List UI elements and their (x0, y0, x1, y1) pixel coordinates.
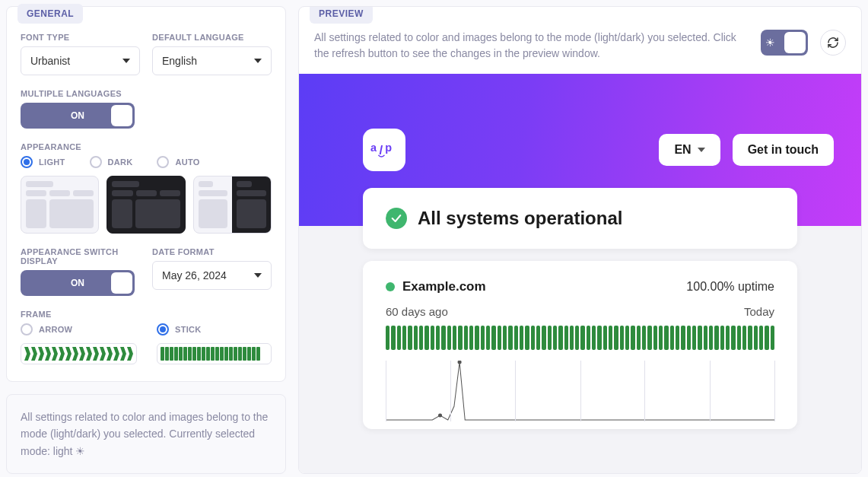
appearance-auto-text: AUTO (175, 157, 199, 167)
status-headline: All systems operational (418, 208, 622, 229)
monitor-uptime: 100.00% uptime (686, 280, 774, 294)
appearance-light-text: LIGHT (39, 157, 65, 167)
font-type-select[interactable]: Urbanist (21, 46, 140, 75)
frame-arrow-preview (21, 343, 137, 364)
status-card: All systems operational (363, 188, 797, 249)
appearance-label: APPEARANCE (21, 142, 272, 151)
mode-note-text: All settings related to color and images… (21, 411, 268, 457)
date-format-select[interactable]: May 26, 2024 (152, 261, 272, 290)
chevron-down-icon (254, 59, 262, 63)
font-type-label: FONT TYPE (21, 33, 140, 42)
monitor-sparkline (386, 361, 774, 421)
multiple-languages-toggle[interactable]: ON (21, 103, 135, 129)
toggle-knob (111, 105, 132, 126)
appearance-dark-radio[interactable]: DARK (90, 156, 133, 168)
monitor-card: Example.com 100.00% uptime 60 days ago T… (363, 261, 797, 429)
svg-text:/: / (379, 143, 383, 157)
mode-note: All settings related to color and images… (6, 394, 286, 474)
check-icon (386, 208, 407, 229)
status-dot-icon (386, 282, 395, 291)
frame-arrow-radio[interactable]: ARROW (21, 323, 137, 335)
general-panel: GENERAL FONT TYPE Urbanist DEFAULT LANGU… (6, 6, 286, 382)
contact-button-label: Get in touch (748, 143, 819, 157)
date-format-label: DATE FORMAT (152, 247, 272, 256)
toggle-knob (111, 272, 132, 294)
svg-text:p: p (385, 142, 392, 154)
svg-text:a: a (370, 142, 377, 154)
appearance-light-thumb[interactable] (21, 176, 99, 234)
language-button[interactable]: EN (659, 134, 720, 166)
svg-point-4 (458, 361, 462, 364)
chevron-down-icon (122, 59, 130, 63)
appearance-auto-thumb[interactable] (193, 176, 272, 234)
toggle-knob (784, 32, 806, 53)
preview-panel: PREVIEW All settings related to color an… (298, 6, 862, 474)
default-language-select[interactable]: English (152, 46, 272, 75)
refresh-icon (827, 37, 839, 49)
monitor-uptime-bar (386, 326, 774, 350)
preview-canvas: a / p EN Get in touch (299, 74, 861, 473)
refresh-button[interactable] (820, 30, 846, 56)
preview-mode-toggle[interactable]: ☀ (761, 30, 808, 56)
frame-arrow-text: ARROW (39, 325, 72, 334)
preview-title: PREVIEW (310, 6, 373, 24)
brand-logo-icon: a / p (370, 140, 398, 160)
monitor-range-end: Today (744, 305, 774, 318)
preview-note: All settings related to color and images… (314, 30, 749, 62)
sun-icon: ☀ (75, 445, 85, 457)
appearance-switch-display-label: APPEARANCE SWITCH DISPLAY (21, 247, 140, 266)
brand-logo: a / p (363, 129, 405, 171)
default-language-label: DEFAULT LANGUAGE (152, 33, 272, 42)
monitor-range-start: 60 days ago (386, 305, 448, 318)
monitor-name: Example.com (402, 279, 486, 294)
svg-point-3 (438, 414, 442, 418)
date-format-value: May 26, 2024 (162, 269, 227, 281)
multiple-languages-label: MULTIPLE LANGUAGES (21, 89, 272, 98)
sun-icon: ☀ (765, 37, 775, 49)
frame-label: FRAME (21, 310, 272, 319)
font-type-value: Urbanist (30, 55, 70, 67)
appearance-switch-display-toggle[interactable]: ON (21, 270, 135, 296)
contact-button[interactable]: Get in touch (733, 134, 834, 166)
appearance-light-radio[interactable]: LIGHT (21, 156, 65, 168)
appearance-dark-text: DARK (108, 157, 133, 167)
appearance-dark-thumb[interactable] (107, 176, 185, 234)
chevron-down-icon (698, 148, 705, 152)
frame-stick-radio[interactable]: STICK (157, 323, 272, 335)
default-language-value: English (162, 55, 197, 67)
language-button-label: EN (674, 143, 691, 157)
appearance-auto-radio[interactable]: AUTO (157, 156, 199, 168)
general-title: GENERAL (17, 4, 83, 24)
frame-stick-preview (157, 343, 272, 364)
frame-stick-text: STICK (175, 325, 202, 334)
chevron-down-icon (254, 273, 262, 278)
